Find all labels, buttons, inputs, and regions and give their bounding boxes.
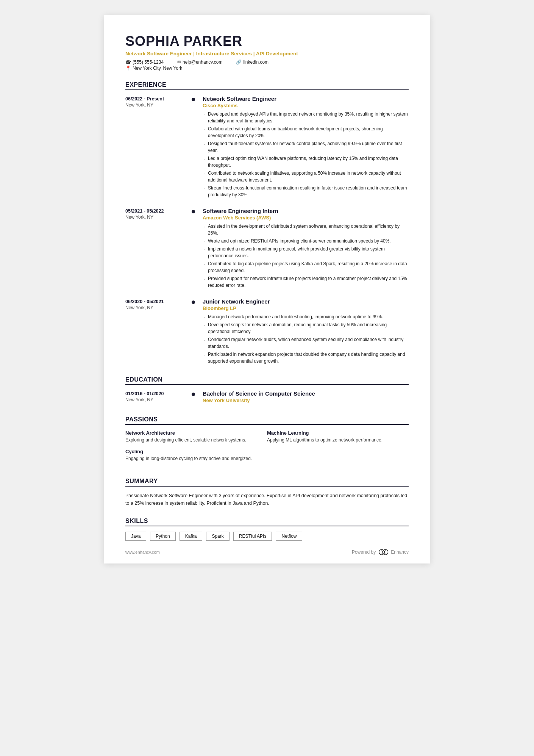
exp-date-1: 06/2022 - Present — [125, 96, 189, 102]
bullet-3-1: Managed network performance and troubles… — [203, 313, 409, 320]
exp-company-2: Amazon Web Services (AWS) — [203, 215, 409, 221]
passion-title-3: Cycling — [125, 449, 258, 454]
email-address: help@enhancv.com — [183, 59, 222, 65]
timeline-dot-2 — [192, 210, 195, 213]
bullet-2-4: Contributed to big data pipeline project… — [203, 260, 409, 274]
location-contact: 📍 New York City, New York — [125, 66, 409, 71]
passion-item-3: Cycling Engaging in long-distance cyclin… — [125, 449, 267, 462]
edu-location-1: New York, NY — [125, 397, 189, 402]
exp-role-1: Network Software Engineer — [203, 95, 409, 102]
bullet-2-1: Assisted in the development of distribut… — [203, 223, 409, 236]
experience-entry-3: 06/2020 - 05/2021 New York, NY Junior Ne… — [125, 298, 409, 366]
exp-right-2: Software Engineering Intern Amazon Web S… — [197, 208, 409, 290]
passion-title-1: Network Architecture — [125, 430, 258, 436]
exp-dot-2 — [189, 208, 197, 290]
candidate-title: Network Software Engineer | Infrastructu… — [125, 51, 409, 56]
exp-role-2: Software Engineering Intern — [203, 208, 409, 214]
skills-list: Java Python Kafka Spark RESTful APIs Net… — [125, 532, 409, 541]
exp-left-3: 06/2020 - 05/2021 New York, NY — [125, 298, 189, 366]
passion-item-1: Network Architecture Exploring and desig… — [125, 430, 267, 443]
bullet-1-6: Streamlined cross-functional communicati… — [203, 185, 409, 198]
passions-grid: Network Architecture Exploring and desig… — [125, 430, 409, 467]
skills-section-title: SKILLS — [125, 518, 409, 526]
candidate-name: SOPHIA PARKER — [125, 33, 409, 49]
exp-left-2: 05/2021 - 05/2022 New York, NY — [125, 208, 189, 290]
experience-entry-1: 06/2022 - Present New York, NY Network S… — [125, 95, 409, 199]
bullet-1-2: Collaborated with global teams on backbo… — [203, 125, 409, 139]
exp-date-2: 05/2021 - 05/2022 — [125, 208, 189, 214]
bullet-2-3: Implemented a network monitoring protoco… — [203, 246, 409, 259]
passion-desc-3: Engaging in long-distance cycling to sta… — [125, 455, 258, 462]
education-section: EDUCATION 01/2016 - 01/2020 New York, NY… — [125, 376, 409, 405]
exp-dot-3 — [189, 298, 197, 366]
passion-desc-1: Exploring and designing efficient, scala… — [125, 437, 258, 443]
experience-section-title: EXPERIENCE — [125, 81, 409, 90]
exp-right-1: Network Software Engineer Cisco Systems … — [197, 95, 409, 199]
experience-section: EXPERIENCE 06/2022 - Present New York, N… — [125, 81, 409, 366]
skill-restful: RESTful APIs — [233, 532, 272, 541]
exp-company-1: Cisco Systems — [203, 103, 409, 108]
footer: www.enhancv.com Powered by Enhancv — [125, 549, 409, 555]
bullet-3-4: Participated in network expansion projec… — [203, 351, 409, 365]
exp-dot-1 — [189, 95, 197, 199]
exp-left-1: 06/2022 - Present New York, NY — [125, 95, 189, 199]
skill-spark: Spark — [206, 532, 229, 541]
edu-date-1: 01/2016 - 01/2020 — [125, 391, 189, 396]
passions-section: PASSIONS Network Architecture Exploring … — [125, 416, 409, 467]
timeline-dot-1 — [192, 98, 195, 101]
bullet-2-2: Wrote and optimized RESTful APIs improvi… — [203, 238, 409, 244]
passion-item-2: Machine Learning Applying ML algorithms … — [267, 430, 409, 443]
exp-role-3: Junior Network Engineer — [203, 298, 409, 305]
location-icon: 📍 — [125, 66, 131, 71]
passion-desc-2: Applying ML algorithms to optimize netwo… — [267, 437, 400, 443]
exp-right-3: Junior Network Engineer Bloomberg LP Man… — [197, 298, 409, 366]
exp-bullets-1: Developed and deployed APIs that improve… — [203, 111, 409, 198]
bullet-3-3: Conducted regular network audits, which … — [203, 336, 409, 350]
exp-company-3: Bloomberg LP — [203, 305, 409, 311]
linkedin-contact: 🔗 linkedin.com — [236, 59, 269, 65]
footer-website: www.enhancv.com — [125, 550, 160, 554]
exp-bullets-3: Managed network performance and troubles… — [203, 313, 409, 365]
phone-number: (555) 555-1234 — [133, 59, 164, 65]
exp-location-2: New York, NY — [125, 214, 189, 220]
linkedin-icon: 🔗 — [236, 59, 242, 65]
resume-page: SOPHIA PARKER Network Software Engineer … — [104, 15, 430, 563]
email-contact: ✉ help@enhancv.com — [177, 59, 222, 65]
passion-title-2: Machine Learning — [267, 430, 400, 436]
powered-by-label: Powered by — [352, 549, 376, 555]
location-text: New York City, New York — [133, 66, 182, 71]
education-section-title: EDUCATION — [125, 376, 409, 385]
edu-right-1: Bachelor of Science in Computer Science … — [197, 390, 409, 405]
bullet-3-2: Developed scripts for network automation… — [203, 321, 409, 335]
bullet-2-5: Provided support for network infrastruct… — [203, 275, 409, 289]
brand-name: Enhancv — [391, 549, 409, 555]
skill-python: Python — [150, 532, 175, 541]
skill-kafka: Kafka — [180, 532, 203, 541]
skills-section: SKILLS Java Python Kafka Spark RESTful A… — [125, 518, 409, 541]
timeline-dot-3 — [192, 301, 195, 304]
exp-location-1: New York, NY — [125, 102, 189, 108]
bullet-1-4: Led a project optimizing WAN software pl… — [203, 155, 409, 169]
phone-icon: ☎ — [125, 59, 131, 65]
edu-degree-1: Bachelor of Science in Computer Science — [203, 390, 409, 397]
bullet-1-3: Designed fault-tolerant systems for netw… — [203, 140, 409, 154]
skill-java: Java — [125, 532, 146, 541]
passions-section-title: PASSIONS — [125, 416, 409, 425]
edu-timeline-dot-1 — [192, 393, 195, 396]
contact-row: ☎ (555) 555-1234 ✉ help@enhancv.com 🔗 li… — [125, 59, 409, 65]
experience-entry-2: 05/2021 - 05/2022 New York, NY Software … — [125, 208, 409, 290]
edu-left-1: 01/2016 - 01/2020 New York, NY — [125, 390, 189, 405]
phone-contact: ☎ (555) 555-1234 — [125, 59, 164, 65]
summary-section-title: SUMMARY — [125, 478, 409, 487]
exp-bullets-2: Assisted in the development of distribut… — [203, 223, 409, 289]
email-icon: ✉ — [177, 59, 181, 65]
edu-dot-1 — [189, 390, 197, 405]
exp-date-3: 06/2020 - 05/2021 — [125, 299, 189, 304]
summary-section: SUMMARY Passionate Network Software Engi… — [125, 478, 409, 507]
exp-location-3: New York, NY — [125, 305, 189, 310]
bullet-1-1: Developed and deployed APIs that improve… — [203, 111, 409, 124]
skill-netflow: Netflow — [276, 532, 302, 541]
header: SOPHIA PARKER Network Software Engineer … — [125, 33, 409, 71]
linkedin-url: linkedin.com — [243, 59, 269, 65]
summary-text: Passionate Network Software Engineer wit… — [125, 492, 409, 507]
